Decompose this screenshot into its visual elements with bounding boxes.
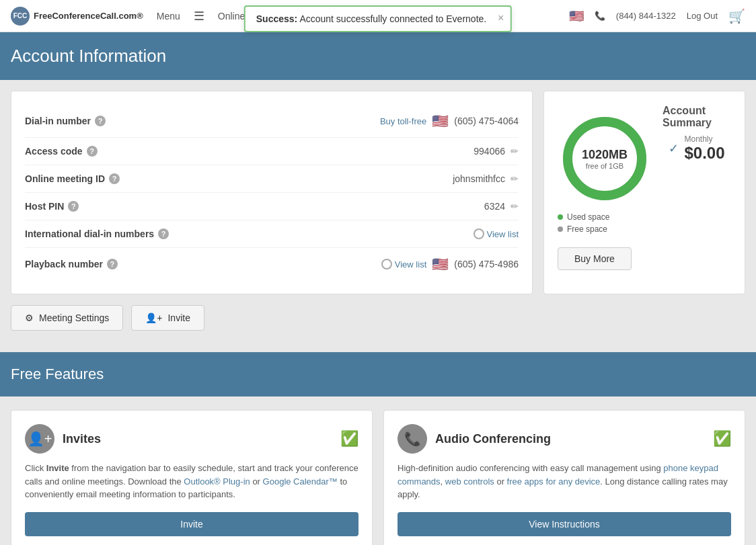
chart-legend: Used space Free space (558, 212, 652, 234)
invites-header: 👤+ Invites ✅ (25, 424, 358, 454)
playback-globe-icon (381, 259, 392, 269)
dial-in-number: (605) 475-4064 (454, 116, 519, 126)
logo[interactable]: FCC FreeConferenceCall.com® (11, 7, 143, 26)
legend-used: Used space (558, 212, 652, 222)
summary-price-row: ✓ Monthly $0.00 (669, 134, 724, 163)
invites-check-icon: ✅ (340, 430, 358, 448)
dial-in-value: Buy toll-free 🇺🇸 (605) 475-4064 (186, 113, 519, 129)
free-features-title: Free Features (11, 366, 745, 383)
access-code-number: 994066 (474, 146, 505, 157)
close-button[interactable]: × (498, 12, 504, 24)
access-code-label: Access code ? (25, 146, 186, 157)
nav-right: 🇺🇸 📞 (844) 844-1322 Log Out 🛒 (569, 8, 745, 24)
main-content: Dial-in number ? Buy toll-free 🇺🇸 (605) … (0, 80, 756, 341)
access-code-edit-icon[interactable]: ✏ (511, 146, 519, 157)
storage-used: 1020MB (582, 148, 628, 162)
invites-header-left: 👤+ Invites (25, 424, 101, 454)
dial-in-row: Dial-in number ? Buy toll-free 🇺🇸 (605) … (25, 105, 519, 138)
donut-chart: 1020MB free of 1GB (558, 112, 652, 206)
invite-button[interactable]: 👤+ Invite (131, 305, 204, 331)
host-pin-edit-icon[interactable]: ✏ (511, 201, 519, 212)
logout-link[interactable]: Log Out (687, 11, 718, 21)
page-title: Account Information (11, 46, 745, 67)
flag-icon: 🇺🇸 (569, 9, 584, 24)
online-meeting-help-icon[interactable]: ? (109, 173, 120, 184)
hamburger-icon[interactable]: ☰ (194, 9, 204, 24)
invites-icon: 👤+ (25, 424, 54, 454)
intl-dial-value: View list (186, 228, 519, 239)
host-pin-row: Host PIN ? 6324 ✏ (25, 193, 519, 220)
logo-icon: FCC (11, 7, 30, 26)
view-instructions-button[interactable]: View Instructions (398, 512, 731, 536)
outlook-link[interactable]: Outlook® Plug-in (184, 476, 250, 487)
meeting-settings-button[interactable]: ⚙ Meeting Settings (11, 305, 123, 331)
success-banner: Success: Account successfully connected … (244, 5, 512, 32)
logo-text: FreeConferenceCall.com® (34, 11, 143, 21)
host-pin-help-icon[interactable]: ? (68, 201, 79, 212)
playback-value: View list 🇺🇸 (605) 475-4986 (186, 256, 519, 272)
gear-icon: ⚙ (25, 312, 34, 323)
host-pin-number: 6324 (484, 201, 505, 212)
donut-label: 1020MB free of 1GB (582, 148, 628, 170)
invite-feature-button[interactable]: Invite (25, 512, 358, 536)
intl-dial-help-icon[interactable]: ? (158, 228, 169, 239)
online-meeting-value: johnsmithfcc ✏ (186, 173, 519, 184)
phone-number: (844) 844-1322 (616, 11, 676, 21)
invites-card: 👤+ Invites ✅ Click Invite from the navig… (11, 410, 373, 545)
invite-bold: Invite (46, 463, 69, 473)
playback-number: (605) 475-4986 (454, 259, 519, 269)
globe-icon (474, 228, 484, 239)
navbar: FCC FreeConferenceCall.com® Menu ☰ Onlin… (0, 0, 756, 32)
storage-total: free of 1GB (582, 162, 628, 170)
features-grid: 👤+ Invites ✅ Click Invite from the navig… (0, 396, 756, 545)
nav-menu[interactable]: Menu (157, 11, 180, 22)
content-grid: Dial-in number ? Buy toll-free 🇺🇸 (605) … (11, 91, 745, 294)
account-info-card: Dial-in number ? Buy toll-free 🇺🇸 (605) … (11, 91, 533, 294)
page-header: Account Information (0, 32, 756, 80)
donut-chart-area: 1020MB free of 1GB Used space Free space (558, 105, 652, 270)
audio-title: Audio Conferencing (435, 432, 551, 446)
intl-dial-row: International dial-in numbers ? View lis… (25, 220, 519, 248)
invites-text: Click Invite from the navigation bar to … (25, 462, 358, 501)
access-code-help-icon[interactable]: ? (87, 146, 98, 157)
playback-view-list-link[interactable]: View list (381, 259, 426, 269)
web-controls-link[interactable]: web controls (445, 476, 494, 487)
phone-icon: 📞 (595, 11, 605, 21)
audio-card: 📞 Audio Conferencing ✅ High-definition a… (383, 410, 745, 545)
action-buttons: ⚙ Meeting Settings 👤+ Invite (11, 305, 745, 331)
monthly-label: Monthly (684, 134, 724, 144)
intl-dial-label: International dial-in numbers ? (25, 228, 186, 239)
summary-title: Account Summary (663, 105, 731, 129)
success-label: Success: (256, 13, 297, 24)
audio-text: High-definition audio conferencing with … (398, 462, 731, 501)
online-meeting-edit-icon[interactable]: ✏ (511, 173, 519, 184)
cart-icon[interactable]: 🛒 (728, 8, 745, 24)
playback-label: Playback number ? (25, 259, 186, 269)
free-apps-link[interactable]: free apps for any device (507, 476, 601, 487)
audio-header-left: 📞 Audio Conferencing (398, 424, 551, 454)
used-dot (558, 214, 563, 220)
buy-more-button[interactable]: Buy More (558, 247, 632, 270)
audio-check-icon: ✅ (713, 430, 731, 448)
online-meeting-label: Online meeting ID ? (25, 173, 186, 184)
online-meeting-id: johnsmithfcc (453, 173, 505, 184)
host-pin-label: Host PIN ? (25, 201, 186, 212)
buy-toll-free-link[interactable]: Buy toll-free (380, 116, 426, 126)
free-features-header: Free Features (0, 352, 756, 396)
intl-view-list-link[interactable]: View list (474, 228, 519, 239)
free-dot (558, 226, 563, 232)
dial-in-help-icon[interactable]: ? (95, 116, 106, 126)
invite-icon: 👤+ (145, 312, 162, 323)
audio-icon: 📞 (398, 424, 427, 454)
gcal-link[interactable]: Google Calendar™ (263, 476, 338, 487)
access-code-row: Access code ? 994066 ✏ (25, 138, 519, 165)
invites-title: Invites (63, 432, 101, 446)
summary-right: Account Summary ✓ Monthly $0.00 (663, 105, 731, 163)
host-pin-value: 6324 ✏ (186, 201, 519, 212)
audio-header: 📞 Audio Conferencing ✅ (398, 424, 731, 454)
playback-help-icon[interactable]: ? (107, 259, 118, 269)
price-value: $0.00 (684, 144, 724, 163)
us-flag-icon: 🇺🇸 (432, 113, 449, 129)
check-icon: ✓ (669, 141, 679, 156)
price-info: Monthly $0.00 (684, 134, 724, 163)
